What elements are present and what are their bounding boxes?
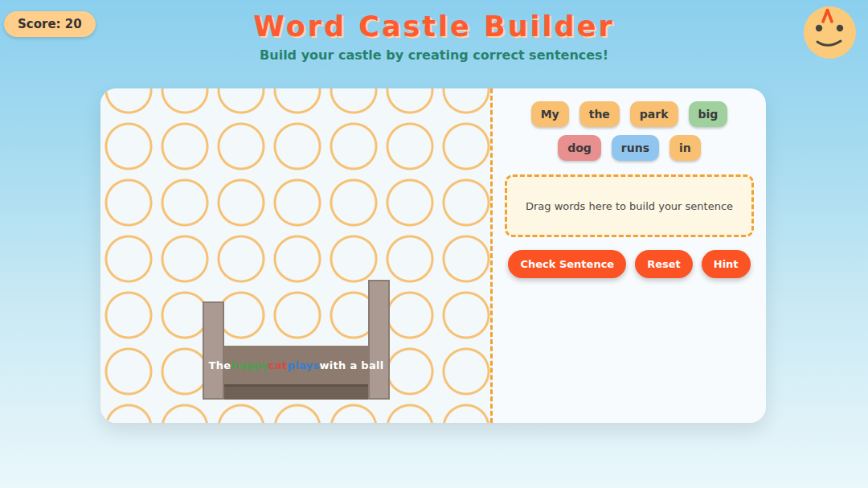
wall-word-with-a-ball: with a ball [319,359,383,371]
reset-button[interactable]: Reset [635,250,693,278]
avatar [804,6,856,59]
page-subtitle: Build your castle by creating correct se… [0,47,868,63]
game-panel: Thehappycatplayswith a ball Mytheparkbig… [100,88,766,423]
page-title: Word Castle Builder [0,10,868,43]
word-tile-in[interactable]: in [669,135,701,161]
word-tile-runs[interactable]: runs [612,135,659,161]
castle-tower-left [203,301,224,400]
wall-word-cat: cat [268,359,288,371]
drop-zone-placeholder: Drag words here to build your sentence [526,200,733,212]
controls-panel: Mytheparkbigdogrunsin Drag words here to… [493,88,766,423]
word-tile-the[interactable]: the [579,101,620,127]
hint-button[interactable]: Hint [702,250,751,278]
avatar-face-icon [804,6,856,59]
wall-word-the: The [209,359,231,371]
word-tile-big[interactable]: big [689,101,728,127]
castle-wall-sentence: Thehappycatplayswith a ball [209,359,384,371]
castle-wall: Thehappycatplayswith a ball [224,346,368,387]
castle-build-area[interactable]: Thehappycatplayswith a ball [100,88,493,423]
word-tile-dog[interactable]: dog [558,135,601,161]
word-tile-my[interactable]: My [531,101,569,127]
action-buttons: Check SentenceResetHint [505,250,754,278]
avatar-left-eye [816,25,822,31]
page-header: Word Castle Builder Build your castle by… [0,0,868,63]
wall-word-plays: plays [288,359,320,371]
sentence-drop-zone[interactable]: Drag words here to build your sentence [505,174,754,237]
castle-base [224,387,368,400]
check-sentence-button[interactable]: Check Sentence [508,250,626,278]
avatar-right-eye [837,25,843,31]
word-tile-park[interactable]: park [630,101,678,127]
wall-word-happy: happy [231,359,268,371]
app-background: Score: 20 Word Castle Builder Build your… [0,0,868,488]
castle-tower-right [368,280,390,400]
word-bank: Mytheparkbigdogrunsin [505,101,754,161]
